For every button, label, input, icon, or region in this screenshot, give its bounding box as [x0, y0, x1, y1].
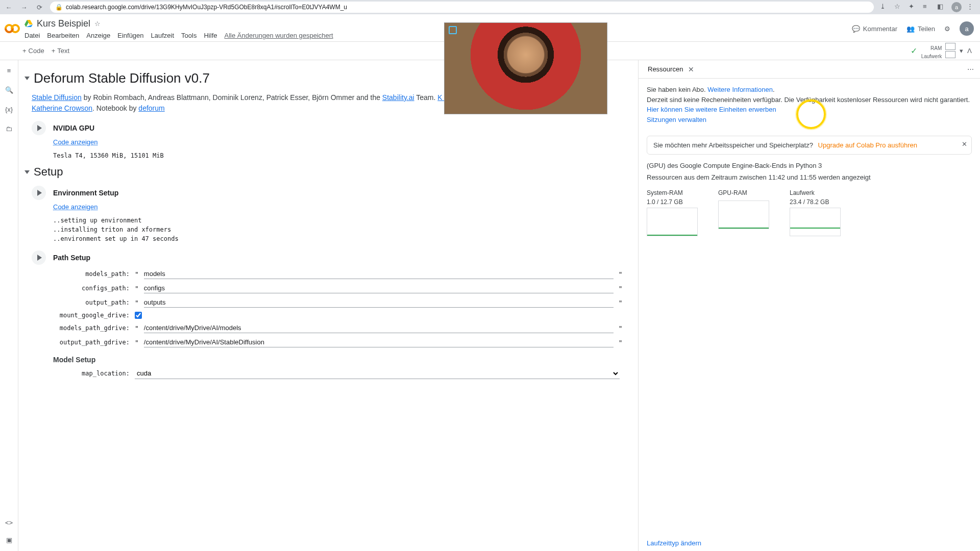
save-status[interactable]: Alle Änderungen wurden gespeichert [224, 32, 333, 39]
notebook-area: Deforum Stable Diffusion v0.7 Stable Dif… [18, 60, 638, 551]
collapse-icon[interactable] [24, 170, 30, 174]
models-path-label: models_path: [53, 270, 130, 278]
mount-checkbox[interactable] [135, 312, 142, 319]
menu-insert[interactable]: Einfügen [117, 32, 143, 39]
link-katherine[interactable]: Katherine Crowson [32, 104, 92, 112]
link-deforum[interactable]: deforum [138, 104, 164, 112]
gpu-cell: NVIDIA GPU Code anzeigen Tesla T4, 15360… [32, 121, 628, 160]
menu-help[interactable]: Hilfe [204, 32, 217, 39]
resources-tab[interactable]: Ressourcen [644, 63, 687, 75]
show-code-link[interactable]: Code anzeigen [53, 138, 97, 146]
url-text: colab.research.google.com/drive/13G9KHyM… [66, 4, 347, 11]
browser-toolbar: ← → ⟳ 🔒 colab.research.google.com/drive/… [0, 0, 980, 14]
webcam-overlay [444, 22, 607, 114]
reload-icon[interactable]: ⟳ [35, 3, 44, 12]
link-stable-diffusion[interactable]: Stable Diffusion [32, 93, 82, 102]
menu-runtime[interactable]: Laufzeit [151, 32, 175, 39]
backend-info: (GPU) des Google Compute Engine-Back-End… [639, 160, 980, 171]
buy-units-link[interactable]: Hier können Sie weitere Einheiten erwerb… [647, 106, 776, 113]
output-gdrive-label: output_path_gdrive: [53, 339, 130, 346]
gear-icon: ⚙ [944, 25, 950, 33]
browser-avatar[interactable]: a [951, 2, 962, 12]
connected-check-icon: ✓ [911, 46, 917, 56]
code-snippet-icon[interactable]: <> [4, 517, 14, 528]
resources-panel: Ressourcen ✕ ⋯ Sie haben kein Abo. Weite… [638, 60, 980, 551]
show-code-link[interactable]: Code anzeigen [53, 203, 97, 211]
time-range: Ressourcen aus dem Zeitraum zwischen 11:… [639, 171, 980, 183]
gpu-ram-chart: GPU-RAM [718, 189, 769, 236]
extension-icon[interactable]: ✦ [909, 3, 918, 12]
path-title: Path Setup [53, 254, 90, 262]
sys-ram-chart: System-RAM 1.0 / 12.7 GB [647, 189, 698, 236]
upgrade-link[interactable]: Upgrade auf Colab Pro ausführen [818, 141, 917, 149]
collapse-icon[interactable] [24, 77, 30, 80]
panel-more-icon[interactable]: ⋯ [967, 65, 975, 73]
upgrade-promo: Sie möchten mehr Arbeitsspeicher und Spe… [647, 136, 972, 155]
share-button[interactable]: 👥 Teilen [906, 25, 935, 33]
resource-indicator[interactable]: RAM Laufwerk [921, 43, 955, 59]
forward-icon[interactable]: → [19, 3, 29, 12]
files-icon[interactable]: 🗀 [4, 123, 14, 134]
menu-icon[interactable]: ⋮ [967, 3, 976, 12]
env-cell: Environment Setup Code anzeigen ..settin… [32, 186, 628, 243]
disk-chart: Laufwerk 23.4 / 78.2 GB [790, 189, 841, 236]
models-path-input[interactable] [144, 269, 614, 279]
user-avatar[interactable]: a [960, 21, 974, 36]
add-text-button[interactable]: + Text [52, 47, 69, 55]
menu-tools[interactable]: Tools [181, 32, 197, 39]
star-toggle-icon[interactable]: ☆ [94, 20, 101, 28]
close-promo-icon[interactable]: ✕ [962, 140, 967, 148]
left-rail: ≡ 🔍 {x} 🗀 <> ▣ [0, 60, 18, 551]
add-code-button[interactable]: + Code [22, 47, 44, 55]
models-gdrive-label: models_path_gdrive: [53, 324, 130, 332]
lock-icon: 🔒 [55, 4, 63, 11]
run-button[interactable] [32, 121, 46, 135]
close-tab-icon[interactable]: ✕ [688, 65, 694, 73]
more-info-link[interactable]: Weitere Informationen [707, 86, 773, 93]
configs-path-label: configs_path: [53, 285, 130, 292]
path-cell: Path Setup models_path: " " configs_path… [32, 251, 628, 379]
runtime-dropdown-icon[interactable]: ▾ [960, 47, 963, 55]
back-icon[interactable]: ← [4, 3, 13, 12]
gpu-title: NVIDIA GPU [53, 124, 94, 132]
manage-sessions-link[interactable]: Sitzungen verwalten [647, 116, 706, 123]
menu-file[interactable]: Datei [24, 32, 40, 39]
comment-icon: 💬 [852, 25, 860, 33]
readlist-icon[interactable]: ≡ [923, 3, 932, 12]
run-button[interactable] [32, 186, 46, 200]
share-icon: 👥 [906, 25, 915, 33]
change-runtime-link[interactable]: Laufzeittyp ändern [647, 539, 701, 547]
comment-button[interactable]: 💬 Kommentar [852, 25, 897, 33]
settings-button[interactable]: ⚙ [944, 25, 950, 33]
search-icon[interactable]: 🔍 [4, 85, 14, 95]
menu-edit[interactable]: Bearbeiten [47, 32, 79, 39]
setup-heading: Setup [24, 165, 628, 179]
link-stability[interactable]: Stability.ai [382, 93, 414, 102]
menu-view[interactable]: Anzeige [86, 32, 110, 39]
env-output: ..setting up environment ..installing tr… [53, 216, 628, 243]
url-bar[interactable]: 🔒 colab.research.google.com/drive/13G9KH… [50, 2, 874, 13]
configs-path-input[interactable] [144, 283, 614, 293]
output-path-input[interactable] [144, 297, 614, 308]
menu-bar: Datei Bearbeiten Anzeige Einfügen Laufze… [24, 30, 848, 41]
variables-icon[interactable]: {x} [4, 104, 14, 114]
model-setup-title: Model Setup [53, 356, 628, 364]
output-gdrive-input[interactable] [144, 337, 614, 347]
star-icon[interactable]: ☆ [894, 3, 903, 12]
map-location-select[interactable]: cuda [135, 368, 620, 379]
env-title: Environment Setup [53, 189, 118, 197]
output-path-label: output_path: [53, 299, 130, 306]
sidepanel-icon[interactable]: ◧ [937, 3, 946, 12]
models-gdrive-input[interactable] [144, 323, 614, 333]
run-button[interactable] [32, 251, 46, 265]
install-icon[interactable]: ⤓ [880, 3, 889, 12]
terminal-icon[interactable]: ▣ [4, 535, 14, 545]
drive-icon [24, 19, 33, 28]
collapse-panel-icon[interactable]: ᐱ [967, 47, 972, 55]
toc-icon[interactable]: ≡ [4, 65, 14, 76]
map-location-label: map_location: [53, 370, 130, 377]
notebook-title[interactable]: Kurs Beispiel [37, 18, 90, 29]
colab-logo-icon[interactable] [4, 20, 20, 37]
mount-label: mount_google_drive: [53, 312, 130, 319]
gpu-output: Tesla T4, 15360 MiB, 15101 MiB [53, 151, 628, 160]
